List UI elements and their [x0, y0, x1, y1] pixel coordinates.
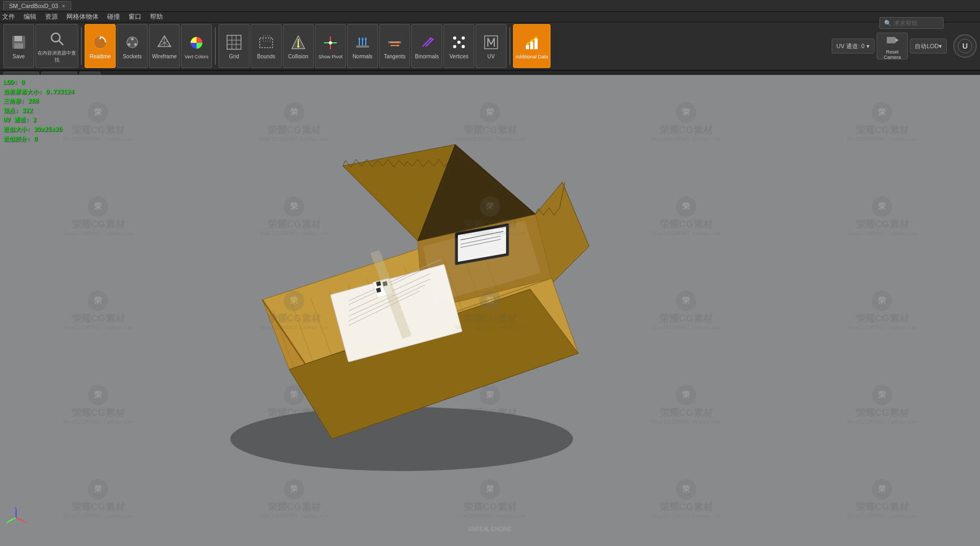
uv-icon: [481, 33, 501, 52]
uv-channel-dropdown[interactable]: UV 通道: 0 ▾: [832, 39, 875, 54]
realtime-icon: [91, 33, 110, 52]
vertices-icon: [449, 33, 469, 52]
vertices-button[interactable]: Vertices: [443, 24, 474, 68]
show-pivot-icon: [321, 33, 340, 52]
grid-button[interactable]: Grid: [218, 24, 250, 68]
close-button[interactable]: ×: [62, 3, 65, 9]
svg-point-60: [230, 407, 573, 471]
sockets-button[interactable]: Sockets: [117, 24, 148, 68]
uv-label: UV: [487, 54, 495, 59]
auto-lod-label: 自动LOD▾: [915, 42, 942, 50]
svg-point-44: [453, 36, 456, 40]
title-bar: SM_CardBoxD_03 ×: [0, 0, 980, 12]
stat-approx-size: 近似大小: 39x25x26: [3, 125, 74, 134]
tangents-label: Tangents: [384, 54, 406, 59]
viewport[interactable]: 荣 荣耀CG素材 Shop115289903.taobao.com 荣 荣耀CG…: [0, 75, 980, 546]
tangents-icon: [385, 33, 404, 52]
menu-mesh[interactable]: 网格体物体: [66, 12, 99, 21]
collision-icon: [289, 33, 308, 52]
normals-icon: [353, 33, 372, 52]
realtime-label: Realtime: [89, 54, 110, 59]
svg-point-3: [51, 33, 60, 42]
menu-edit[interactable]: 编辑: [24, 12, 36, 21]
tangents-button[interactable]: Tangents: [379, 24, 410, 68]
svg-rect-15: [227, 35, 241, 49]
svg-text:Y: Y: [6, 520, 9, 525]
menu-collision[interactable]: 碰撞: [107, 12, 120, 21]
stat-triangles: 三角形: 288: [3, 96, 74, 106]
save-icon: [9, 33, 28, 52]
search-placeholder: 求求帮助: [894, 19, 917, 27]
binormals-icon: [417, 33, 436, 52]
binormals-button[interactable]: Binormals: [411, 24, 442, 68]
wireframe-icon: [155, 33, 174, 52]
uv-button[interactable]: UV: [476, 24, 507, 68]
separator-2: [215, 27, 216, 65]
normals-button[interactable]: Normals: [347, 24, 378, 68]
realtime-button[interactable]: Realtime: [85, 24, 116, 68]
svg-rect-28: [356, 46, 369, 48]
collision-label: Collision: [288, 54, 308, 59]
sockets-label: Sockets: [123, 54, 142, 59]
svg-rect-21: [263, 36, 270, 41]
bounds-button[interactable]: Bounds: [251, 24, 282, 68]
grid-icon: [224, 33, 244, 52]
vert-colors-icon: [187, 33, 206, 52]
additional-data-label: Additional Data: [515, 54, 548, 59]
svg-rect-1: [14, 36, 22, 41]
browse-label: 在内容浏览器中查找: [37, 50, 77, 64]
svg-point-46: [462, 45, 465, 48]
window-tab[interactable]: SM_CardBoxD_03 ×: [3, 1, 71, 10]
svg-marker-32: [358, 37, 360, 40]
svg-point-55: [535, 36, 537, 39]
svg-text:X: X: [25, 520, 27, 525]
menu-file[interactable]: 文件: [2, 12, 15, 21]
wireframe-button[interactable]: Wireframe: [149, 24, 180, 68]
reset-camera-icon: [883, 33, 902, 48]
stat-vertices: 顶点: 322: [3, 106, 74, 116]
svg-rect-56: [887, 37, 895, 43]
box-scene: [0, 75, 980, 546]
menu-bar: 文件 编辑 资源 网格体物体 碰撞 窗口 帮助: [0, 12, 980, 22]
stat-lod: LOD: 0: [3, 78, 74, 87]
separator-3: [509, 27, 510, 65]
svg-point-24: [297, 46, 299, 48]
search-box[interactable]: 🔍 求求帮助: [879, 17, 944, 29]
svg-rect-52: [534, 39, 538, 49]
svg-rect-49: [485, 36, 497, 49]
show-pivot-button[interactable]: Show Pivot: [315, 24, 346, 68]
uv-channel-label: UV 通道: 0: [836, 42, 865, 50]
vert-colors-button[interactable]: Vert Colors: [181, 24, 212, 68]
svg-point-53: [526, 43, 529, 45]
uv-channel-arrow: ▾: [866, 43, 870, 50]
svg-line-89: [16, 518, 25, 522]
vert-colors-label: Vert Colors: [185, 54, 209, 59]
svg-point-47: [453, 45, 456, 48]
additional-data-icon: [522, 33, 541, 52]
svg-text:U: U: [962, 42, 968, 50]
ue-logo: U: [953, 34, 977, 58]
viewport-brand: UNREAL ENGINE: [468, 526, 511, 532]
svg-point-27: [329, 41, 332, 44]
browse-icon: [47, 29, 66, 48]
additional-data-button[interactable]: Additional Data: [513, 24, 551, 68]
svg-marker-39: [397, 44, 400, 47]
menu-assets[interactable]: 资源: [45, 12, 58, 21]
svg-point-48: [457, 41, 461, 44]
toolbar: Save 在内容浏览器中查找 Realtime So: [0, 22, 980, 71]
stat-uv-channels: UV 通道: 2: [3, 115, 74, 125]
svg-marker-33: [361, 37, 364, 40]
auto-lod-dropdown[interactable]: 自动LOD▾: [910, 39, 947, 54]
save-button[interactable]: Save: [3, 24, 34, 68]
browse-button[interactable]: 在内容浏览器中查找: [35, 24, 78, 68]
collision-button[interactable]: Collision: [283, 24, 314, 68]
menu-help[interactable]: 帮助: [150, 12, 163, 21]
bounds-label: Bounds: [257, 54, 275, 59]
normals-label: Normals: [352, 54, 372, 59]
binormals-label: Binormals: [415, 54, 439, 59]
svg-point-9: [128, 43, 131, 46]
separator-1: [81, 27, 82, 65]
tab-label: SM_CardBoxD_03: [9, 3, 58, 9]
reset-camera-button[interactable]: Reset Camera: [877, 33, 908, 59]
menu-window[interactable]: 窗口: [129, 12, 141, 21]
